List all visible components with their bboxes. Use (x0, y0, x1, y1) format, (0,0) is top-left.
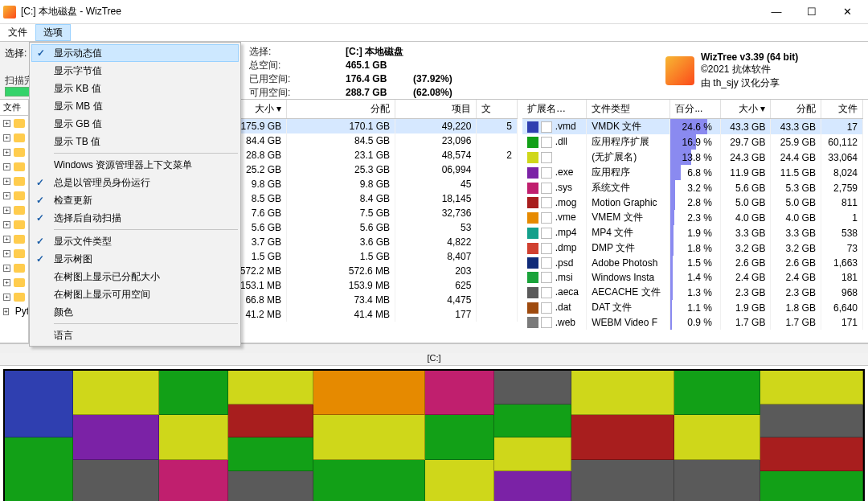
treemap-block[interactable] (73, 371, 159, 415)
treemap-block[interactable] (494, 404, 571, 438)
treemap-block[interactable] (5, 371, 73, 437)
tree-row[interactable]: + (0, 275, 28, 290)
treemap-block[interactable] (571, 460, 674, 501)
treemap-block[interactable] (425, 460, 493, 501)
col-files-trunc[interactable]: 文 (477, 100, 518, 119)
treemap-block[interactable] (228, 437, 314, 471)
table-row[interactable]: .psdAdobe Photosh1.5 %2.6 GB2.6 GB1,663 (522, 256, 863, 270)
menu-item[interactable]: 显示 TB 值 (31, 133, 239, 150)
treemap-block[interactable] (674, 415, 760, 459)
table-row[interactable]: .aecaAECACHE 文件1.3 %2.3 GB2.3 GB968 (522, 285, 863, 300)
col-ext[interactable]: 扩展名… (522, 100, 587, 119)
expand-icon[interactable]: + (3, 308, 9, 315)
col-alloc[interactable]: 分配 (287, 100, 395, 119)
expand-icon[interactable]: + (3, 279, 10, 286)
tree-row[interactable]: + (0, 261, 28, 275)
treemap-column[interactable] (5, 371, 73, 501)
col-ext-size[interactable]: 大小 ▾ (720, 100, 771, 119)
menu-item[interactable]: 在树图上显示已分配大小 (31, 268, 239, 285)
table-row[interactable]: .vmdVMDK 文件24.6 %43.3 GB43.3 GB17 (522, 119, 863, 135)
expand-icon[interactable]: + (3, 149, 10, 156)
treemap-block[interactable] (73, 415, 159, 459)
treemap-column[interactable] (228, 371, 314, 501)
treemap-block[interactable] (228, 371, 314, 404)
expand-icon[interactable]: + (3, 265, 10, 272)
tree-row[interactable]: + (0, 188, 28, 203)
treemap-block[interactable] (425, 415, 493, 459)
treemap-block[interactable] (228, 471, 314, 502)
treemap-column[interactable] (674, 371, 760, 501)
menu-item[interactable]: Windows 资源管理器上下文菜单 (31, 156, 239, 174)
menu-item[interactable]: 在树图上显示可用空间 (31, 285, 239, 303)
expand-icon[interactable]: + (3, 294, 10, 301)
tree-row[interactable]: +Python27 (0, 304, 28, 318)
treemap-block[interactable] (494, 371, 571, 404)
table-row[interactable]: .sys系统文件3.2 %5.6 GB5.3 GB2,759 (522, 180, 863, 195)
col-ext-alloc[interactable]: 分配 (771, 100, 821, 119)
table-row[interactable]: .datDAT 文件1.1 %1.9 GB1.8 GB6,640 (522, 300, 863, 315)
tree-row[interactable]: + (0, 130, 28, 145)
tree-row[interactable]: + (0, 116, 28, 130)
treemap-block[interactable] (674, 371, 760, 415)
menu-item[interactable]: ✓检查更新 (31, 191, 239, 209)
table-row[interactable]: .msiWindows Insta1.4 %2.4 GB2.4 GB181 (522, 270, 863, 285)
expand-icon[interactable]: + (3, 207, 10, 214)
expand-icon[interactable]: + (3, 236, 10, 243)
expand-icon[interactable]: + (3, 134, 10, 142)
treemap-column[interactable] (159, 371, 227, 501)
expand-icon[interactable]: + (3, 221, 10, 228)
treemap-block[interactable] (159, 460, 227, 501)
treemap-block[interactable] (313, 415, 425, 459)
menu-file[interactable]: 文件 (0, 24, 35, 41)
maximize-button[interactable]: ☐ (794, 1, 829, 23)
treemap-block[interactable] (228, 404, 314, 438)
col-items[interactable]: 项目 (395, 100, 477, 119)
table-row[interactable]: .dmpDMP 文件1.8 %3.2 GB3.2 GB73 (522, 240, 863, 256)
menu-item[interactable]: ✓显示文件类型 (31, 232, 239, 250)
tree-pane[interactable]: 文件 ++++++++++++++Python27 (0, 100, 29, 343)
tree-row[interactable]: + (0, 159, 28, 174)
table-row[interactable]: .vmeVMEM 文件2.3 %4.0 GB4.0 GB1 (522, 210, 863, 225)
col-type[interactable]: 文件类型 (587, 100, 670, 119)
minimize-button[interactable]: — (759, 1, 794, 23)
menu-item[interactable]: 语言 (31, 326, 239, 344)
menu-item[interactable]: 显示字节值 (31, 62, 239, 80)
menu-item[interactable]: ✓总是以管理员身份运行 (31, 174, 239, 191)
treemap-block[interactable] (425, 371, 493, 415)
tree-row[interactable]: + (0, 232, 28, 246)
treemap-block[interactable] (760, 437, 863, 471)
treemap-block[interactable] (571, 415, 674, 459)
menu-item[interactable]: 颜色 (31, 303, 239, 321)
tree-row[interactable]: + (0, 290, 28, 304)
treemap-column[interactable] (313, 371, 425, 501)
table-row[interactable]: .exe应用程序6.8 %11.9 GB11.5 GB8,024 (522, 165, 863, 180)
treemap-column[interactable] (494, 371, 571, 501)
ext-grid-scrollbar[interactable] (522, 343, 868, 353)
treemap-column[interactable] (571, 371, 674, 501)
menu-item[interactable]: 显示 KB 值 (31, 80, 239, 97)
tree-row[interactable]: + (0, 174, 28, 188)
treemap-block[interactable] (313, 371, 425, 415)
treemap-block[interactable] (760, 404, 863, 438)
tree-row[interactable]: + (0, 145, 28, 159)
table-row[interactable]: .mogMotion Graphic2.8 %5.0 GB5.0 GB811 (522, 195, 863, 210)
treemap-block[interactable] (571, 371, 674, 415)
treemap-block[interactable] (159, 415, 227, 459)
table-row[interactable]: .dll应用程序扩展16.9 %29.7 GB25.9 GB60,112 (522, 134, 863, 150)
treemap-block[interactable] (313, 460, 425, 501)
treemap-block[interactable] (674, 460, 760, 501)
treemap-block[interactable] (494, 471, 571, 502)
menu-item[interactable]: ✓显示树图 (31, 250, 239, 268)
expand-icon[interactable]: + (3, 192, 10, 199)
treemap-block[interactable] (494, 437, 571, 471)
extension-grid[interactable]: 扩展名… 文件类型 百分... 大小 ▾ 分配 文件 .vmdVMDK 文件24… (522, 100, 868, 343)
col-ext-files[interactable]: 文件 (821, 100, 862, 119)
expand-icon[interactable]: + (3, 120, 10, 127)
treemap-column[interactable] (73, 371, 159, 501)
tree-row[interactable]: + (0, 203, 28, 217)
table-row[interactable]: .mp4MP4 文件1.9 %3.3 GB3.3 GB538 (522, 225, 863, 240)
treemap-column[interactable] (760, 371, 863, 501)
treemap-column[interactable] (425, 371, 493, 501)
tree-row[interactable]: + (0, 246, 28, 261)
menu-item[interactable]: ✓选择后自动扫描 (31, 209, 239, 227)
